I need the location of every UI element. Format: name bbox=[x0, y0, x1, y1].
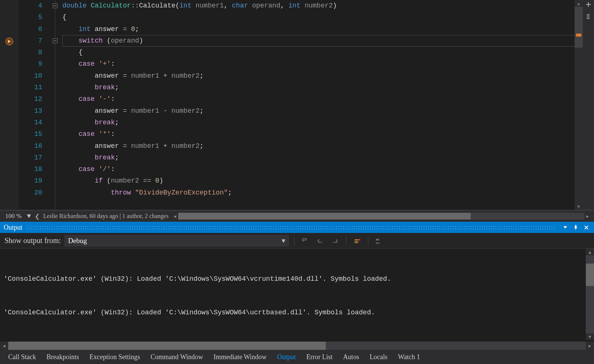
plus-icon[interactable] bbox=[585, 1, 591, 9]
panel-title-text: Output bbox=[4, 224, 22, 231]
close-icon[interactable] bbox=[582, 223, 590, 231]
chevron-down-icon: ▾ bbox=[282, 236, 285, 245]
output-toolbar: Show output from: Debug ▾ abc↵ bbox=[0, 233, 594, 249]
scroll-right-icon[interactable]: ▸ bbox=[586, 342, 594, 350]
line-number: 19 bbox=[19, 175, 50, 187]
scrollbar-thumb[interactable] bbox=[8, 342, 326, 350]
svg-text:c↵: c↵ bbox=[376, 241, 380, 245]
next-message-button[interactable] bbox=[330, 236, 341, 246]
toolbar-separator bbox=[368, 236, 368, 245]
output-source-select[interactable]: Debug ▾ bbox=[65, 235, 289, 246]
line-number: 4 bbox=[19, 0, 50, 12]
scroll-up-icon[interactable]: ▴ bbox=[575, 0, 583, 7]
line-number: 15 bbox=[19, 128, 50, 140]
output-line: 'ConsoleCalculator.exe' (Win32): Loaded … bbox=[4, 273, 586, 284]
output-line: 'ConsoleCalculator.exe' (Win32): Loaded … bbox=[4, 307, 586, 318]
line-number: 10 bbox=[19, 70, 50, 82]
tab-output[interactable]: Output bbox=[272, 351, 301, 363]
titlebar-grip[interactable] bbox=[26, 225, 555, 229]
line-number: 6 bbox=[19, 24, 50, 35]
find-message-button[interactable] bbox=[300, 236, 311, 246]
fold-toggle-icon[interactable] bbox=[53, 3, 58, 8]
editor-horizontal-scrollbar[interactable]: ◂ ▸ bbox=[171, 213, 591, 220]
toolbar-separator bbox=[294, 236, 294, 245]
tab-watch-1[interactable]: Watch 1 bbox=[393, 351, 425, 363]
zoom-level[interactable]: 100 % bbox=[0, 212, 25, 220]
scroll-down-icon[interactable]: ▾ bbox=[575, 203, 583, 210]
line-number: 13 bbox=[19, 105, 50, 117]
collapsed-side-panel[interactable]: su bbox=[583, 0, 594, 210]
line-number: 16 bbox=[19, 140, 50, 152]
line-number: 5 bbox=[19, 12, 50, 23]
output-panel-titlebar[interactable]: Output bbox=[0, 222, 594, 233]
codelens-blame-button[interactable]: ❮ Leslie Richardson, 60 days ago | 1 aut… bbox=[35, 213, 168, 220]
output-horizontal-scrollbar[interactable]: ◂ ▸ bbox=[0, 342, 594, 350]
execution-pointer-icon[interactable] bbox=[5, 37, 13, 47]
line-number: 9 bbox=[19, 58, 50, 70]
scroll-left-icon[interactable]: ◂ bbox=[0, 342, 8, 350]
output-source-value: Debug bbox=[68, 237, 87, 245]
output-text-area[interactable]: 'ConsoleCalculator.exe' (Win32): Loaded … bbox=[0, 249, 594, 350]
line-number: 14 bbox=[19, 117, 50, 128]
scrollbar-thumb[interactable] bbox=[575, 7, 583, 48]
code-editor[interactable]: 4 5 6 7 8 9 10 11 12 13 14 15 16 17 18 1… bbox=[0, 0, 594, 210]
tab-error-list[interactable]: Error List bbox=[301, 351, 338, 363]
pin-icon[interactable] bbox=[572, 223, 580, 231]
bottom-tool-tabs[interactable]: Call Stack Breakpoints Exception Setting… bbox=[0, 350, 594, 364]
side-panel-label[interactable]: su bbox=[585, 14, 592, 19]
line-number: 11 bbox=[19, 82, 50, 93]
tab-autos[interactable]: Autos bbox=[338, 351, 364, 363]
tab-exception-settings[interactable]: Exception Settings bbox=[84, 351, 145, 363]
clear-all-button[interactable] bbox=[352, 236, 363, 246]
line-number: 18 bbox=[19, 164, 50, 175]
scrollbar-marker bbox=[576, 34, 581, 37]
line-number: 12 bbox=[19, 93, 50, 105]
tab-call-stack[interactable]: Call Stack bbox=[3, 351, 41, 363]
scroll-left-icon[interactable]: ◂ bbox=[171, 213, 178, 220]
tab-breakpoints[interactable]: Breakpoints bbox=[41, 351, 84, 363]
tab-immediate-window[interactable]: Immediate Window bbox=[208, 351, 272, 363]
output-vertical-scrollbar[interactable]: ▴ ▾ bbox=[586, 249, 594, 340]
scroll-up-icon[interactable]: ▴ bbox=[586, 249, 594, 255]
fold-toggle-icon[interactable] bbox=[53, 38, 58, 43]
window-position-dropdown-icon[interactable] bbox=[561, 223, 569, 231]
toolbar-separator bbox=[346, 236, 346, 245]
line-number: 20 bbox=[19, 187, 50, 199]
editor-vertical-scrollbar[interactable]: ▴ ▾ bbox=[575, 0, 583, 210]
zoom-dropdown-icon[interactable]: ▼ bbox=[27, 212, 31, 220]
scrollbar-thumb[interactable] bbox=[178, 213, 471, 220]
line-number: 7 bbox=[19, 35, 50, 47]
editor-footer: 100 % ▼ ❮ Leslie Richardson, 60 days ago… bbox=[0, 210, 594, 222]
tab-locals[interactable]: Locals bbox=[364, 351, 393, 363]
line-number: 17 bbox=[19, 152, 50, 164]
tab-command-window[interactable]: Command Window bbox=[145, 351, 208, 363]
code-text-area[interactable]: double Calculator::Calculate(int number1… bbox=[62, 0, 594, 210]
scroll-down-icon[interactable]: ▾ bbox=[586, 333, 594, 340]
line-number-gutter: 4 5 6 7 8 9 10 11 12 13 14 15 16 17 18 1… bbox=[19, 0, 50, 210]
glyph-margin[interactable] bbox=[0, 0, 19, 210]
previous-message-button[interactable] bbox=[315, 236, 326, 246]
svg-text:ab: ab bbox=[376, 238, 380, 241]
scrollbar-thumb[interactable] bbox=[586, 264, 594, 286]
chevron-left-icon: ❮ bbox=[35, 213, 40, 220]
line-number: 8 bbox=[19, 47, 50, 58]
code-folding-gutter[interactable] bbox=[50, 0, 62, 210]
show-output-from-label: Show output from: bbox=[4, 236, 61, 245]
toggle-word-wrap-button[interactable]: abc↵ bbox=[374, 236, 385, 246]
scroll-right-icon[interactable]: ▸ bbox=[584, 213, 591, 220]
blame-text: Leslie Richardson, 60 days ago | 1 autho… bbox=[43, 213, 168, 220]
